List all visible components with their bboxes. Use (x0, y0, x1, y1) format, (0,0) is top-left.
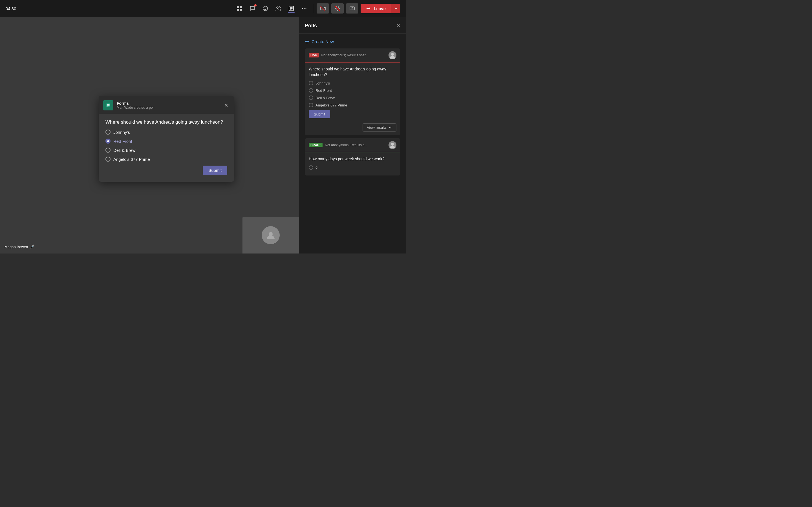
svg-point-13 (302, 8, 303, 9)
svg-rect-2 (237, 9, 239, 11)
live-poll-option-redfront[interactable]: Red Front (309, 88, 396, 93)
mic-button[interactable] (331, 3, 344, 13)
live-poll-option-angelo[interactable]: Angelo's 677 Prime (309, 103, 396, 107)
live-radio-delibrew[interactable] (309, 96, 313, 100)
main-area: Forms Matt Wade created a poll ✕ Where s… (0, 17, 406, 253)
participant-name-text: Megan Bowen (4, 245, 28, 249)
popup-label-delibrew: Deli & Brew (113, 148, 135, 153)
popup-label-angelo: Angelo's 677 Prime (113, 157, 150, 162)
svg-point-8 (279, 7, 281, 8)
popup-question: Where should we have Andrea's going away… (105, 119, 227, 125)
forms-app-icon (103, 100, 113, 110)
draft-poll-body: How many days per week should we work? 6 (305, 152, 400, 175)
video-area: Forms Matt Wade created a poll ✕ Where s… (0, 17, 299, 253)
popup-option-johnnys[interactable]: Johnny's (105, 129, 227, 135)
svg-point-14 (304, 8, 305, 9)
live-poll-submit-button[interactable]: Submit (309, 110, 330, 118)
leave-dropdown-button[interactable] (391, 4, 400, 13)
live-radio-redfront[interactable] (309, 88, 313, 93)
svg-point-32 (391, 143, 394, 146)
svg-rect-1 (240, 6, 242, 8)
avatar-circle (262, 226, 280, 244)
chat-button[interactable] (247, 3, 258, 14)
popup-radio-johnnys[interactable] (105, 129, 110, 135)
video-thumbnail (243, 217, 299, 253)
live-poll-avatar (389, 51, 396, 59)
draft-poll-question: How many days per week should we work? (309, 156, 396, 162)
live-radio-johnnys[interactable] (309, 81, 313, 86)
svg-point-7 (276, 7, 278, 8)
polls-body: Create New LIVE Not anonymous; Results s… (299, 34, 406, 253)
live-label-delibrew: Deli & Brew (315, 96, 335, 100)
draft-label-6: 6 (315, 165, 317, 170)
reactions-button[interactable] (260, 3, 271, 14)
draft-badge: DRAFT (309, 143, 322, 147)
polls-close-button[interactable]: ✕ (396, 22, 400, 29)
live-label-redfront: Red Front (315, 89, 332, 93)
svg-point-30 (391, 53, 394, 56)
live-poll-meta: Not anonymous; Results shar... (321, 53, 386, 57)
polls-header: Polls ✕ (299, 17, 406, 34)
live-poll-option-johnnys[interactable]: Johnny's (309, 81, 396, 86)
live-badge: LIVE (309, 53, 319, 57)
draft-poll-header: DRAFT Not anonymous; Results s... (305, 138, 400, 152)
view-results-label: View results (367, 125, 387, 129)
live-poll-header: LIVE Not anonymous; Results shar... (305, 48, 400, 62)
leave-button[interactable]: Leave (361, 4, 391, 13)
participant-name-overlay: Megan Bowen 🎤 (4, 244, 35, 249)
poll-popup: Forms Matt Wade created a poll ✕ Where s… (99, 96, 234, 182)
popup-option-angelo[interactable]: Angelo's 677 Prime (105, 157, 227, 162)
live-poll-body: Where should we have Andrea's going away… (305, 62, 400, 123)
forms-button[interactable] (286, 3, 297, 14)
poll-popup-header: Forms Matt Wade created a poll ✕ (99, 96, 234, 114)
svg-point-4 (263, 6, 267, 11)
draft-poll-avatar (389, 141, 396, 149)
popup-label-redfront: Red Front (113, 139, 132, 144)
more-button[interactable] (299, 3, 310, 14)
draft-poll-option-6[interactable]: 6 (309, 165, 396, 170)
create-new-button[interactable]: Create New (305, 38, 334, 48)
live-label-angelo: Angelo's 677 Prime (315, 103, 347, 107)
popup-option-delibrew[interactable]: Deli & Brew (105, 148, 227, 153)
popup-subtitle: Matt Wade created a poll (117, 106, 154, 110)
svg-point-5 (264, 8, 265, 8)
popup-option-redfront[interactable]: Red Front (105, 138, 227, 144)
live-poll-card: LIVE Not anonymous; Results shar... Wher… (305, 48, 400, 135)
poll-popup-text: Forms Matt Wade created a poll (117, 101, 154, 110)
svg-rect-3 (240, 9, 242, 11)
draft-poll-meta: Not anonymous; Results s... (325, 143, 386, 147)
svg-point-6 (266, 8, 266, 8)
popup-close-button[interactable]: ✕ (223, 101, 230, 110)
participants-button[interactable] (273, 3, 284, 14)
live-poll-footer: View results (305, 123, 400, 135)
popup-label-johnnys: Johnny's (113, 130, 130, 135)
view-results-button[interactable]: View results (363, 123, 396, 131)
popup-radio-angelo[interactable] (105, 157, 110, 162)
thumb-avatar (243, 217, 299, 253)
live-poll-question: Where should we have Andrea's going away… (309, 66, 396, 77)
popup-radio-redfront[interactable] (105, 138, 110, 144)
popup-source: Forms (117, 101, 154, 106)
chat-badge (254, 4, 257, 6)
live-label-johnnys: Johnny's (315, 81, 330, 86)
popup-radio-delibrew[interactable] (105, 148, 110, 153)
leave-button-group: Leave (361, 4, 400, 13)
share-button[interactable] (346, 3, 358, 13)
divider (313, 4, 313, 13)
draft-radio-6[interactable] (309, 165, 313, 170)
svg-point-15 (306, 8, 306, 9)
live-poll-option-delibrew[interactable]: Deli & Brew (309, 96, 396, 100)
camera-button[interactable] (317, 3, 329, 13)
create-new-label: Create New (312, 39, 334, 44)
view-switcher-button[interactable] (234, 3, 245, 14)
popup-submit-button[interactable]: Submit (203, 166, 227, 175)
topbar-controls: Leave (234, 3, 400, 14)
poll-popup-body: Where should we have Andrea's going away… (99, 114, 234, 182)
participant-mic-icon: 🎤 (30, 244, 35, 249)
draft-poll-card: DRAFT Not anonymous; Results s... How ma… (305, 138, 400, 175)
topbar: 04:30 (0, 0, 406, 17)
polls-title: Polls (305, 23, 317, 29)
live-radio-angelo[interactable] (309, 103, 313, 107)
popup-submit-row: Submit (105, 166, 227, 175)
svg-rect-0 (237, 6, 239, 8)
